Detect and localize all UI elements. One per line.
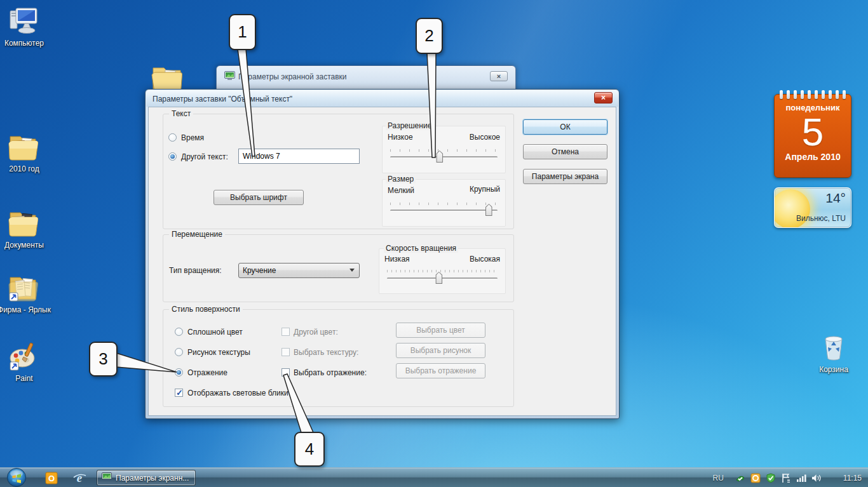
svg-text:O: O (48, 474, 55, 483)
speed-slider-ticks (387, 270, 498, 272)
start-button[interactable] (6, 467, 27, 487)
calendar-gadget[interactable]: понедельник 5 Апрель 2010 (774, 94, 851, 178)
background-window-close-button[interactable]: × (490, 71, 508, 81)
screensaver-options-dialog: Параметры заставки "Объемный текст" × Те… (145, 89, 620, 419)
choose-reflection-label[interactable]: Выбрать отражение: (294, 368, 367, 377)
texture-radio[interactable] (175, 348, 183, 356)
speed-low-label: Низкая (384, 255, 410, 264)
choose-reflection-button: Выбрать отражение (396, 363, 485, 378)
screensaver-window-icon (224, 71, 235, 83)
motion-group-caption: Перемещение (169, 230, 225, 239)
resolution-high-label: Высокое (470, 133, 500, 142)
callout-2: 2 (416, 18, 443, 54)
action-center-flag-icon[interactable] (781, 473, 791, 483)
desktop-icon-recycle-bin[interactable]: Корзина (807, 331, 860, 374)
texture-label[interactable]: Рисунок текстуры (187, 348, 250, 357)
size-slider[interactable] (390, 210, 498, 211)
resolution-slider-thumb[interactable] (436, 150, 443, 163)
internet-explorer-icon[interactable]: e (72, 471, 86, 485)
resolution-caption: Разрешение (386, 121, 433, 130)
language-indicator[interactable]: RU (713, 474, 724, 483)
dialog-title-bar[interactable]: Параметры заставки "Объемный текст" (146, 90, 618, 107)
solid-color-label[interactable]: Сплошной цвет (187, 328, 243, 337)
dialog-title: Параметры заставки "Объемный текст" (153, 95, 292, 103)
desktop-icon-label: Фирма - Ярлык (0, 305, 51, 314)
size-caption: Размер (386, 175, 416, 183)
desktop-icon-computer[interactable]: Компьютер (0, 5, 51, 48)
screen-settings-button[interactable]: Параметры экрана (523, 169, 607, 184)
reflection-radio[interactable] (175, 368, 183, 377)
solid-color-radio[interactable] (175, 328, 183, 336)
custom-text-input[interactable]: Windows 7 (238, 149, 360, 164)
choose-texture-checkbox[interactable] (281, 348, 290, 356)
dialog-close-button[interactable]: × (594, 92, 613, 103)
cancel-button[interactable]: Отмена (523, 144, 607, 159)
taskbar-app-label: Параметры экранн... (116, 474, 189, 483)
resolution-slider-ticks (390, 149, 498, 152)
callout-3: 3 (89, 342, 118, 377)
reflection-label[interactable]: Отражение (187, 368, 227, 377)
desktop-icon-label: Документы (0, 241, 51, 250)
weather-temp: 14° (825, 190, 846, 206)
network-signal-icon[interactable] (796, 473, 806, 483)
rotation-type-dropdown[interactable]: Кручение (238, 263, 360, 278)
custom-text-radio-label[interactable]: Другой текст: (181, 152, 228, 161)
time-radio-label[interactable]: Время (181, 133, 204, 142)
resolution-slider[interactable] (390, 156, 498, 158)
callout-4: 4 (294, 432, 325, 467)
speed-slider[interactable] (387, 277, 498, 279)
outlook-quicklaunch-icon[interactable]: O (44, 471, 58, 485)
outlook-tray-icon[interactable] (750, 473, 761, 483)
callout-1: 1 (229, 14, 256, 50)
folder-icon (0, 207, 51, 239)
speed-slider-thumb[interactable] (435, 272, 442, 284)
svg-text:e: e (77, 471, 83, 484)
choose-texture-label: Выбрать текстуру: (294, 348, 358, 357)
chevron-down-icon (349, 269, 355, 272)
choose-font-button[interactable]: Выбрать шрифт (214, 190, 304, 205)
desktop: Компьютер 2010 год Док (0, 0, 868, 487)
ok-button[interactable]: ОК (523, 119, 607, 135)
choose-color-button: Выбрать цвет (396, 323, 485, 338)
desktop-icon-firma[interactable]: Фирма - Ярлык (0, 272, 51, 314)
calendar-spiral (780, 90, 846, 99)
computer-icon (0, 5, 51, 37)
desktop-icon-label: 2010 год (0, 164, 51, 173)
taskbar-clock[interactable]: 11:15 (843, 474, 862, 483)
size-panel: Мелкий Крупный (382, 179, 506, 227)
custom-text-radio[interactable] (168, 152, 177, 161)
weather-gadget[interactable]: 14° Вильнюс, LTU (774, 187, 851, 228)
rotation-speed-panel: Низкая Высокая (379, 248, 506, 294)
specular-checkbox[interactable] (175, 389, 183, 397)
choose-picture-button: Выбрать рисунок (396, 343, 485, 358)
background-window-title: Параметры экранной заставки (238, 72, 347, 81)
taskbar-app-button[interactable]: Параметры экранн... (97, 470, 196, 486)
choose-reflection-checkbox[interactable] (281, 368, 290, 377)
weather-city: Вильнюс, LTU (796, 214, 846, 223)
size-low-label: Мелкий (388, 186, 414, 195)
time-radio[interactable] (168, 133, 177, 142)
desktop-icon-2010[interactable]: 2010 год (0, 131, 51, 173)
screensaver-window-icon (102, 472, 112, 483)
taskbar: O e Параметры экранн... RU (0, 467, 868, 487)
calendar-month-year: Апрель 2010 (775, 152, 851, 162)
size-slider-ticks (390, 203, 498, 205)
text-group-caption: Текст (169, 109, 193, 118)
folder-icon (0, 131, 51, 163)
size-high-label: Крупный (470, 185, 500, 194)
desktop-icon-paint[interactable]: Paint (0, 340, 51, 383)
surface-style-caption: Стиль поверхности (169, 305, 243, 314)
security-shield-tray-icon[interactable] (766, 473, 776, 483)
recycle-bin-icon (807, 331, 860, 363)
desktop-icon-documents[interactable]: Документы (0, 207, 51, 250)
volume-icon[interactable] (811, 473, 822, 483)
phone-tray-icon[interactable] (735, 473, 745, 483)
system-tray: RU (713, 468, 862, 487)
size-slider-thumb[interactable] (485, 204, 492, 216)
desktop-icon-label: Paint (0, 374, 51, 383)
desktop-icon-label: Компьютер (0, 39, 51, 48)
specular-label[interactable]: Отображать световые блики (187, 389, 288, 397)
paint-icon (0, 340, 51, 372)
custom-color-checkbox[interactable] (281, 328, 290, 336)
speed-high-label: Высокая (470, 255, 500, 264)
